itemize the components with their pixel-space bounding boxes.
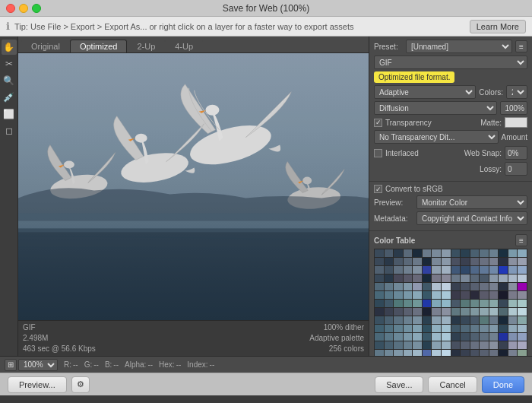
color-cell[interactable] — [394, 266, 403, 274]
color-cell[interactable] — [489, 291, 499, 299]
color-cell[interactable] — [499, 308, 508, 316]
color-cell[interactable] — [518, 325, 527, 332]
transparency-dither-select[interactable]: No Transparency Dit... — [374, 130, 499, 144]
color-cell[interactable] — [432, 266, 441, 274]
color-cell[interactable] — [499, 316, 508, 324]
color-cell[interactable] — [442, 325, 451, 332]
dither-select[interactable]: Diffusion — [374, 101, 497, 115]
color-cell[interactable] — [442, 274, 451, 282]
color-cell[interactable] — [432, 274, 441, 282]
color-cell[interactable] — [375, 291, 384, 299]
color-cell[interactable] — [470, 350, 480, 356]
color-cell[interactable] — [413, 333, 422, 341]
color-cell[interactable] — [394, 291, 403, 299]
color-cell[interactable] — [518, 350, 527, 356]
color-cell[interactable] — [385, 300, 394, 307]
color-cell[interactable] — [451, 341, 461, 349]
color-cell[interactable] — [413, 300, 422, 307]
color-cell[interactable] — [385, 316, 394, 324]
color-cell[interactable] — [480, 325, 489, 332]
color-cell[interactable] — [375, 341, 384, 349]
color-cell[interactable] — [451, 316, 461, 324]
color-cell[interactable] — [375, 308, 384, 316]
color-cell[interactable] — [480, 258, 489, 265]
color-cell[interactable] — [508, 291, 518, 299]
color-cell[interactable] — [385, 333, 394, 341]
color-cell[interactable] — [442, 266, 451, 274]
color-cell[interactable] — [404, 291, 413, 299]
color-cell[interactable] — [413, 316, 422, 324]
color-cell[interactable] — [461, 249, 470, 257]
color-cell[interactable] — [470, 300, 480, 307]
color-cell[interactable] — [461, 350, 470, 356]
color-cell[interactable] — [508, 258, 518, 265]
color-cell[interactable] — [385, 325, 394, 332]
color-cell[interactable] — [385, 258, 394, 265]
color-cell[interactable] — [394, 341, 403, 349]
color-cell[interactable] — [404, 258, 413, 265]
color-cell[interactable] — [375, 350, 384, 356]
color-cell[interactable] — [461, 258, 470, 265]
color-cell[interactable] — [508, 283, 518, 290]
color-cell[interactable] — [489, 308, 499, 316]
color-cell[interactable] — [461, 266, 470, 274]
color-cell[interactable] — [451, 308, 461, 316]
color-cell[interactable] — [442, 333, 451, 341]
color-cell[interactable] — [432, 325, 441, 332]
color-cell[interactable] — [385, 274, 394, 282]
color-cell[interactable] — [451, 300, 461, 307]
color-cell[interactable] — [442, 341, 451, 349]
color-cell[interactable] — [394, 300, 403, 307]
color-cell[interactable] — [423, 266, 432, 274]
color-cell[interactable] — [442, 283, 451, 290]
color-cell[interactable] — [461, 291, 470, 299]
color-cell[interactable] — [451, 325, 461, 332]
color-cell[interactable] — [394, 325, 403, 332]
dither-input[interactable] — [500, 101, 527, 115]
interlaced-checkbox[interactable] — [374, 149, 382, 157]
color-cell[interactable] — [432, 333, 441, 341]
color-cell[interactable] — [480, 308, 489, 316]
color-cell[interactable] — [394, 274, 403, 282]
minimize-button[interactable] — [19, 4, 28, 13]
color-reduction-select[interactable]: Adaptive — [374, 85, 476, 99]
color-cell[interactable] — [413, 308, 422, 316]
color-cell[interactable] — [470, 316, 480, 324]
color-cell[interactable] — [423, 249, 432, 257]
color-cell[interactable] — [375, 258, 384, 265]
slice-tool[interactable]: ✂ — [2, 56, 17, 71]
color-cell[interactable] — [480, 283, 489, 290]
color-cell[interactable] — [451, 333, 461, 341]
color-cell[interactable] — [480, 274, 489, 282]
color-cell[interactable] — [451, 350, 461, 356]
save-button[interactable]: Save... — [375, 376, 423, 393]
color-cell[interactable] — [404, 266, 413, 274]
color-cell[interactable] — [394, 258, 403, 265]
color-cell[interactable] — [461, 316, 470, 324]
color-cell[interactable] — [480, 249, 489, 257]
format-select[interactable]: GIF — [374, 56, 527, 69]
color-cell[interactable] — [461, 274, 470, 282]
color-cell[interactable] — [432, 350, 441, 356]
color-cell[interactable] — [413, 266, 422, 274]
color-cell[interactable] — [442, 249, 451, 257]
color-cell[interactable] — [442, 258, 451, 265]
color-cell[interactable] — [470, 333, 480, 341]
color-table-options-button[interactable]: ≡ — [515, 234, 527, 246]
cancel-button[interactable]: Cancel — [428, 376, 477, 393]
color-cell[interactable] — [518, 258, 527, 265]
color-cell[interactable] — [461, 283, 470, 290]
color-cell[interactable] — [470, 258, 480, 265]
view-options-button[interactable]: ⊞ — [5, 359, 17, 371]
color-cell[interactable] — [480, 341, 489, 349]
color-cell[interactable] — [404, 350, 413, 356]
color-cell[interactable] — [470, 325, 480, 332]
color-cell[interactable] — [499, 333, 508, 341]
color-cell[interactable] — [489, 249, 499, 257]
color-cell[interactable] — [423, 274, 432, 282]
color-cell[interactable] — [451, 266, 461, 274]
color-cell[interactable] — [432, 341, 441, 349]
color-cell[interactable] — [489, 266, 499, 274]
eyedropper-tool[interactable]: 💉 — [2, 90, 17, 105]
color-cell[interactable] — [470, 249, 480, 257]
